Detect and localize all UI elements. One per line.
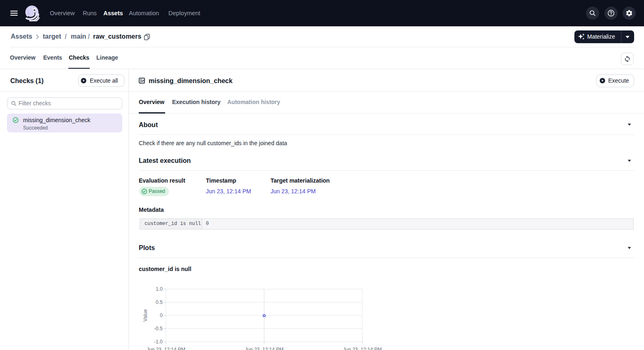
svg-text:Value: Value: [142, 309, 148, 322]
svg-text:1.0: 1.0: [156, 286, 163, 292]
svg-text:0: 0: [160, 313, 163, 318]
svg-text:Jun 23, 12:14 PM: Jun 23, 12:14 PM: [147, 347, 185, 350]
svg-text:Jun 23, 12:14 PM: Jun 23, 12:14 PM: [343, 347, 382, 350]
svg-text:0.5: 0.5: [156, 299, 163, 305]
svg-text:-0.5: -0.5: [154, 326, 163, 331]
svg-text:-1.0: -1.0: [154, 339, 163, 345]
svg-text:Jun 23, 12:14 PM: Jun 23, 12:14 PM: [245, 347, 283, 350]
